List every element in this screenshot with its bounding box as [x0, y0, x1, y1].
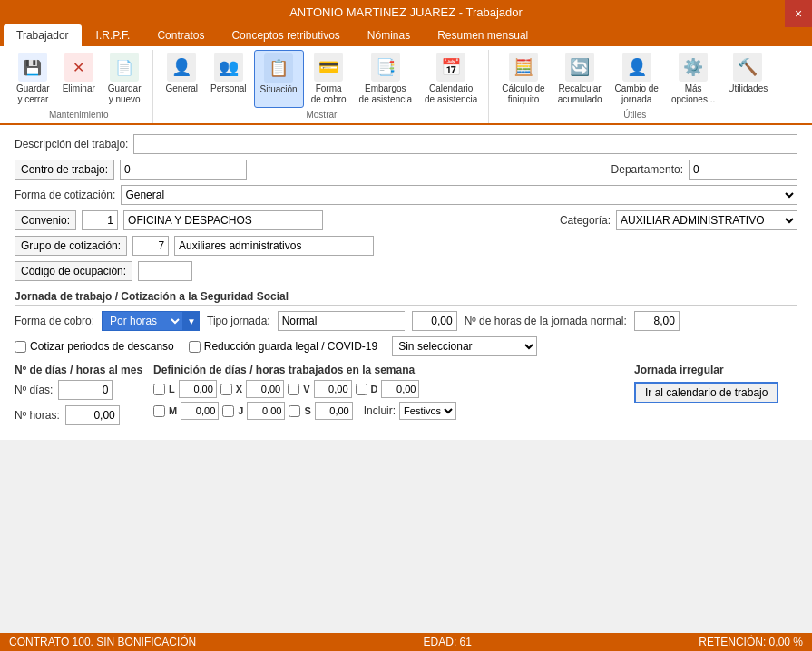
input-S[interactable]: [315, 402, 353, 420]
codigo-ocupacion-input[interactable]: [138, 261, 192, 281]
ir-calendario-button[interactable]: Ir al calendario de trabajo: [634, 382, 778, 403]
tab-bar: Trabajador I.R.P.F. Contratos Conceptos …: [0, 24, 812, 46]
categoria-select[interactable]: AUXILIAR ADMINISTRATIVO: [617, 211, 797, 229]
centro-trabajo-input[interactable]: [120, 160, 247, 180]
checkbox-S[interactable]: [289, 405, 300, 417]
jornada-irregular-title: Jornada irregular: [634, 364, 724, 376]
input-X[interactable]: [246, 380, 284, 398]
descripcion-input[interactable]: [133, 134, 797, 154]
input-L[interactable]: [179, 380, 217, 398]
guardar-cerrar-icon: 💾: [18, 53, 47, 82]
num-horas-input[interactable]: [65, 405, 120, 425]
grupo-cotizacion-name-input[interactable]: [174, 236, 374, 256]
forma-cobro-button[interactable]: 💳 Forma de cobro: [306, 50, 352, 108]
reduccion-checkbox[interactable]: [189, 341, 201, 353]
convenio-name-input[interactable]: [123, 210, 323, 230]
convenio-num-input[interactable]: [82, 210, 118, 230]
ribbon-group-mantenimiento: 💾 Guardar y cerrar ✕ Eliminar 📄 Guardar …: [5, 50, 153, 123]
week-row-2: M J S Incluir: Festivos: [153, 402, 623, 420]
departamento-input[interactable]: [689, 160, 797, 180]
tab-contratos[interactable]: Contratos: [144, 24, 217, 46]
dias-horas-title: Nº de días / horas al mes: [15, 364, 142, 376]
definicion-title: Definición de días / horas trabajados en…: [153, 364, 623, 376]
input-D[interactable]: [381, 380, 419, 398]
grupo-cotizacion-button[interactable]: Grupo de cotización:: [15, 236, 127, 256]
forma-cotizacion-label: Forma de cotización:: [15, 189, 115, 201]
tab-irpf[interactable]: I.R.P.F.: [83, 24, 143, 46]
descripcion-label: Descripción del trabajo:: [15, 138, 128, 151]
forma-cobro-field-label: Forma de cobro:: [15, 315, 94, 327]
ribbon-group-mostrar: 👤 General 👥 Personal 📋 Situación 💳 Forma…: [155, 50, 490, 123]
input-V[interactable]: [314, 380, 352, 398]
departamento-label: Departamento:: [611, 163, 683, 176]
jornada-cobro-row: Forma de cobro: Por horas ▼ Tipo jornada…: [15, 311, 797, 331]
mas-opciones-button[interactable]: ⚙️ Más opciones...: [666, 50, 720, 108]
grupo-cotizacion-num-input[interactable]: [132, 236, 169, 256]
situacion-button[interactable]: 📋 Situación: [254, 50, 304, 108]
guardar-nuevo-button[interactable]: 📄 Guardar y nuevo: [103, 50, 147, 108]
forma-cotizacion-select[interactable]: General: [122, 186, 797, 204]
tipo-jornada-num-input[interactable]: [412, 311, 457, 331]
dias-horas-section: Nº de días / horas al mes Nº días: Nº ho…: [15, 364, 142, 431]
reduccion-checkbox-label[interactable]: Reducción guarda legal / COVID-19: [189, 340, 377, 353]
main-content: Descripción del trabajo: Centro de traba…: [0, 125, 812, 440]
num-horas-row: Nº horas:: [15, 405, 142, 425]
eliminar-icon: ✕: [64, 53, 93, 82]
codigo-ocupacion-button[interactable]: Código de ocupación:: [15, 261, 132, 281]
calculo-finiquito-button[interactable]: 🧮 Cálculo de finiquito: [496, 50, 550, 108]
personal-button[interactable]: 👥 Personal: [205, 50, 251, 108]
embargos-icon: 📑: [371, 53, 400, 82]
recalcular-button[interactable]: 🔄 Recalcular acumulado: [553, 50, 608, 108]
calendario-button[interactable]: 📅 Calendario de asistencia: [419, 50, 483, 108]
checkbox-J[interactable]: [222, 405, 234, 417]
jornada-section-title: Jornada de trabajo / Cotización a la Seg…: [15, 290, 797, 306]
reduccion-select[interactable]: Sin seleccionar: [393, 337, 536, 355]
tipo-jornada-input[interactable]: [279, 312, 422, 330]
guardar-cerrar-button[interactable]: 💾 Guardar y cerrar: [11, 50, 55, 108]
convenio-row: Convenio: Categoría: AUXILIAR ADMINISTRA…: [15, 210, 797, 230]
tab-trabajador[interactable]: Trabajador: [4, 24, 82, 46]
forma-cobro-select[interactable]: Por horas: [102, 311, 183, 331]
grupo-cotizacion-row: Grupo de cotización:: [15, 236, 797, 256]
checkbox-D[interactable]: [356, 384, 367, 395]
tab-resumen[interactable]: Resumen mensual: [425, 24, 541, 46]
mostrar-label: Mostrar: [161, 110, 484, 120]
utilidades-button[interactable]: 🔨 Utilidades: [722, 50, 773, 108]
forma-cobro-icon: 💳: [314, 53, 343, 82]
codigo-ocupacion-row: Código de ocupación:: [15, 261, 797, 281]
categoria-label: Categoría:: [560, 214, 611, 227]
tab-conceptos[interactable]: Conceptos retributivos: [219, 24, 352, 46]
cotizar-descanso-checkbox[interactable]: [15, 341, 26, 353]
recalcular-icon: 🔄: [565, 53, 594, 82]
horas-jornada-input[interactable]: [634, 311, 680, 331]
calculo-finiquito-icon: 🧮: [509, 53, 538, 82]
general-button[interactable]: 👤 General: [161, 50, 204, 108]
eliminar-button[interactable]: ✕ Eliminar: [57, 50, 101, 108]
cotizar-descanso-checkbox-label[interactable]: Cotizar periodos de descanso: [15, 340, 174, 353]
tab-nominas[interactable]: Nóminas: [355, 24, 423, 46]
checkbox-M[interactable]: [153, 405, 165, 417]
cotizar-row: Cotizar periodos de descanso Reducción g…: [15, 336, 797, 356]
tipo-jornada-label: Tipo jornada:: [207, 315, 270, 327]
status-contrato: CONTRATO 100. SIN BONIFICACIÓN: [9, 636, 196, 648]
cambio-jornada-button[interactable]: 👤 Cambio de jornada: [610, 50, 664, 108]
status-bar: CONTRATO 100. SIN BONIFICACIÓN EDAD: 61 …: [0, 633, 812, 651]
checkbox-X[interactable]: [220, 384, 232, 395]
definicion-semana-section: Definición de días / horas trabajados en…: [153, 364, 623, 420]
incluir-select[interactable]: Festivos: [399, 402, 456, 420]
embargos-button[interactable]: 📑 Embargos de asistencia: [354, 50, 417, 108]
input-J[interactable]: [247, 402, 285, 420]
centro-trabajo-button[interactable]: Centro de trabajo:: [15, 160, 114, 180]
num-dias-row: Nº días:: [15, 380, 142, 400]
close-button[interactable]: ×: [785, 0, 812, 27]
ribbon: 💾 Guardar y cerrar ✕ Eliminar 📄 Guardar …: [0, 46, 812, 125]
status-edad: EDAD: 61: [424, 636, 472, 648]
forma-cobro-dropdown-arrow[interactable]: ▼: [183, 311, 200, 331]
checkbox-V[interactable]: [288, 384, 299, 395]
num-dias-input[interactable]: [58, 380, 113, 400]
descripcion-row: Descripción del trabajo:: [15, 134, 797, 154]
input-M[interactable]: [181, 402, 219, 420]
convenio-button[interactable]: Convenio:: [15, 210, 76, 230]
personal-icon: 👥: [214, 53, 243, 82]
checkbox-L[interactable]: [153, 384, 165, 395]
